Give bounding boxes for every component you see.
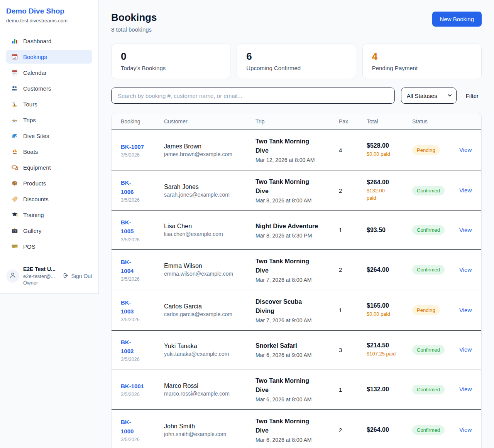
customer-cell: Sarah Jones sarah.jones@example.com: [164, 184, 255, 198]
dive-mask-icon: [11, 164, 19, 171]
pax-cell: 1: [339, 386, 367, 393]
status-select[interactable]: All Statuses: [401, 88, 457, 104]
sidebar-item-discounts[interactable]: Discounts: [6, 192, 92, 206]
booking-cell: BK- 1006 3/5/2026: [121, 178, 164, 203]
booking-cell: BK- 1000 3/5/2026: [121, 418, 164, 442]
filter-button[interactable]: Filter: [463, 90, 482, 101]
sidebar-item-label: Gallery: [23, 227, 42, 234]
trip-datetime: Mar 12, 2026 at 8:00 AM: [255, 157, 331, 163]
customer-name: Emma Wilson: [164, 263, 255, 269]
search-input[interactable]: [111, 88, 395, 104]
sailboat-icon: [11, 148, 19, 155]
actions-cell: View: [459, 227, 472, 234]
sidebar-item-customers[interactable]: Customers: [6, 81, 92, 95]
table-header: Booking Customer Trip Pax Total Status: [112, 113, 481, 130]
view-link[interactable]: View: [459, 346, 472, 353]
table-row: BK- 1003 3/5/2026 Carlos Garcia carlos.g…: [112, 290, 481, 331]
sign-out-icon: [63, 272, 69, 280]
stat-value: 4: [372, 51, 472, 62]
main-content: Bookings 8 total bookings New Booking 0 …: [99, 0, 494, 448]
status-cell: Pending: [412, 145, 459, 155]
sidebar-item-dive-sites[interactable]: Dive Sites: [6, 129, 92, 143]
trip-datetime: Mar 6, 2026 at 9:00 AM: [255, 352, 331, 358]
customer-name: John Smith: [164, 423, 255, 430]
paid-amount: $107.25 paid: [367, 350, 412, 358]
page-title: Bookings: [111, 12, 157, 24]
column-header-customer: Customer: [164, 118, 255, 125]
view-link[interactable]: View: [459, 307, 472, 313]
user-meta: E2E Test U... e2e-tester@... Owner: [23, 266, 59, 286]
booking-id-link[interactable]: BK- 1003: [121, 298, 134, 316]
svg-text:17: 17: [13, 56, 16, 59]
sidebar-item-label: Bookings: [23, 54, 47, 60]
customer-name: James Brown: [164, 143, 255, 150]
table-row: BK-1007 3/5/2026 James Brown james.brown…: [112, 130, 481, 170]
column-header-trip: Trip: [255, 118, 339, 125]
sidebar-item-training[interactable]: Training: [6, 208, 92, 222]
total-amount: $93.50: [367, 227, 412, 234]
booking-date: 3/5/2026: [121, 317, 164, 322]
brand-domain: demo.test.divestreams.com: [6, 18, 92, 24]
customer-name: Sarah Jones: [164, 184, 255, 190]
paid-amount: $132.00 paid: [367, 187, 412, 202]
sidebar-item-trips[interactable]: Trips: [6, 113, 92, 127]
total-cell: $264.00: [367, 266, 412, 273]
booking-date: 3/5/2026: [121, 392, 164, 397]
column-header-pax: Pax: [339, 118, 367, 125]
actions-cell: View: [459, 266, 472, 273]
sidebar-item-dashboard[interactable]: Dashboard: [6, 34, 92, 48]
customer-email: carlos.garcia@example.com: [164, 311, 255, 317]
user-name: E2E Test U...: [23, 266, 59, 273]
status-badge: Confirmed: [412, 385, 445, 394]
booking-id-link[interactable]: BK- 1006: [121, 178, 134, 196]
paid-amount: $0.00 paid: [367, 151, 412, 158]
booking-id-link[interactable]: BK- 1000: [121, 418, 134, 436]
booking-id-link[interactable]: BK- 1002: [121, 338, 134, 356]
status-cell: Confirmed: [412, 425, 459, 435]
sidebar-item-gallery[interactable]: Gallery: [6, 224, 92, 237]
trip-cell: Two Tank Morning Dive Mar 6, 2026 at 8:0…: [255, 376, 339, 403]
view-link[interactable]: View: [459, 187, 472, 194]
sidebar-item-label: Dive Sites: [23, 133, 49, 139]
view-link[interactable]: View: [459, 266, 472, 273]
sidebar-item-pos[interactable]: POS: [6, 239, 92, 253]
view-link[interactable]: View: [459, 147, 472, 153]
user-icon: [9, 271, 17, 281]
booking-id-link[interactable]: BK-1001: [121, 382, 144, 391]
sidebar-item-products[interactable]: Products: [6, 176, 92, 190]
trip-datetime: Mar 7, 2026 at 8:00 AM: [255, 277, 331, 283]
actions-cell: View: [459, 426, 472, 433]
sidebar-item-tours[interactable]: Tours: [6, 97, 92, 111]
trip-name: Two Tank Morning Dive: [255, 376, 331, 395]
table-body: BK-1007 3/5/2026 James Brown james.brown…: [112, 130, 481, 448]
table-row: BK- 1002 3/5/2026 Yuki Tanaka yuki.tanak…: [112, 331, 481, 370]
booking-id-link[interactable]: BK-1007: [121, 142, 144, 151]
customer-email: emma.wilson@example.com: [164, 271, 255, 277]
trip-name: Night Dive Adventure: [255, 222, 331, 231]
sidebar-item-calendar[interactable]: Calendar: [6, 66, 92, 79]
sidebar-item-bookings[interactable]: 17 Bookings: [6, 50, 92, 64]
trip-datetime: Mar 8, 2026 at 5:30 PM: [255, 232, 331, 239]
sidebar-item-equipment[interactable]: Equipment: [6, 160, 92, 174]
trip-cell: Discover Scuba Diving Mar 7, 2026 at 9:0…: [255, 297, 339, 323]
booking-id-link[interactable]: BK- 1005: [121, 218, 134, 236]
page-header: Bookings 8 total bookings New Booking: [111, 12, 482, 33]
pax-cell: 2: [339, 266, 367, 273]
motorboat-icon: [11, 116, 19, 123]
status-cell: Confirmed: [412, 345, 459, 355]
new-booking-button[interactable]: New Booking: [432, 12, 482, 27]
sidebar-item-label: Products: [23, 180, 46, 187]
column-header-status: Status: [412, 118, 459, 125]
calendar-icon: [11, 69, 19, 76]
booking-id-link[interactable]: BK- 1004: [121, 258, 134, 276]
customer-name: Yuki Tanaka: [164, 343, 255, 350]
sidebar-item-boats[interactable]: Boats: [6, 145, 92, 158]
view-link[interactable]: View: [459, 426, 472, 433]
view-link[interactable]: View: [459, 386, 472, 392]
sidebar-item-label: Trips: [23, 117, 36, 123]
total-amount: $132.00: [367, 386, 412, 393]
customer-cell: Emma Wilson emma.wilson@example.com: [164, 263, 255, 277]
sign-out-button[interactable]: Sign Out: [63, 272, 92, 280]
view-link[interactable]: View: [459, 227, 472, 233]
sidebar-item-label: Equipment: [23, 164, 51, 171]
